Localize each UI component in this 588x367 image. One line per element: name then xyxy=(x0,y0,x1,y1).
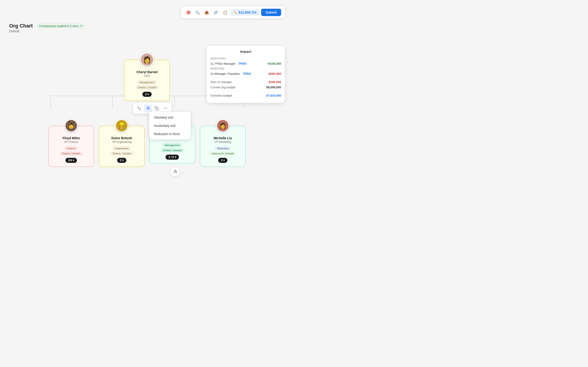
scenario-row: Scenario budget $7,820,000 xyxy=(210,94,281,97)
michelle-location: Vancouver, Canada xyxy=(209,151,237,156)
page-title: Org Chart xyxy=(9,23,33,29)
removed-dept: FP&A xyxy=(242,72,252,75)
addition-label: 1x, FP&A Manager FP&A xyxy=(210,62,248,65)
chevron-down-icon: ▾ xyxy=(175,156,176,159)
children-row: 👨 Floyd Miles VP Finance Finance Ontario… xyxy=(48,119,246,167)
page-header: Org Chart 8 employees loaded in 2 secs ×… xyxy=(9,23,85,33)
scenario-value: $7,820,000 xyxy=(266,94,281,97)
main-toolbar: 🎯 🔍 📥 🔗 📋 🏷️ $12,650,714 Submit xyxy=(181,6,285,18)
search-icon[interactable]: 🔍 xyxy=(194,9,201,16)
michelle-name: Michelle Liu xyxy=(214,136,232,140)
budget-icon: 🏷️ xyxy=(233,10,237,14)
additions-label: ADDITIONS xyxy=(210,57,281,60)
sum-label: Sum of changes xyxy=(210,80,232,84)
add-person-bottom xyxy=(170,167,180,177)
hr-dept: Management xyxy=(162,143,182,147)
svg-point-10 xyxy=(164,108,164,108)
dulce-avatar: 👷 xyxy=(115,119,128,132)
dulce-dept: Engineering xyxy=(112,146,131,150)
involuntary-exit-item[interactable]: Involuntary exit xyxy=(149,122,191,130)
michelle-count[interactable]: 2 ▾ xyxy=(218,158,228,163)
floyd-title: VP Finance xyxy=(64,140,78,144)
svg-rect-9 xyxy=(156,108,158,110)
svg-point-6 xyxy=(147,107,149,108)
michelle-title: VP Marketing xyxy=(215,140,231,144)
list-icon[interactable]: 📋 xyxy=(221,9,229,16)
chevron-down-icon: ▾ xyxy=(122,159,124,162)
sum-value: -$180,000 xyxy=(268,80,281,84)
chevron-down-icon: ▾ xyxy=(223,159,225,162)
ceo-avatar: 👩 xyxy=(140,53,154,67)
removed-label: REMOVED xyxy=(210,67,281,70)
reduction-in-force-item[interactable]: Reduction in force xyxy=(149,130,191,138)
ceo-name: Cheryl Barnet xyxy=(137,70,157,74)
removed-qty: 2x Manager, Payables xyxy=(210,72,240,75)
dulce-wrapper: 👷 Dulce Botosh VP Engineering Engineerin… xyxy=(99,119,145,167)
addition-dept: FP&A xyxy=(237,62,248,65)
dulce-title: VP Engineering xyxy=(112,140,131,144)
ceo-card-wrapper: 👩 Cheryl Barnet CEO Management Ontario, … xyxy=(124,46,170,101)
dropdown-menu: Voluntary exit Involuntary exit Reductio… xyxy=(149,112,191,140)
more-button[interactable] xyxy=(161,104,170,112)
floyd-name: Floyd Miles xyxy=(62,136,80,140)
floyd-count[interactable]: 2/4 ▾ xyxy=(65,158,77,163)
share-icon[interactable]: 🔗 xyxy=(212,9,220,16)
loaded-text: 8 employees loaded in 2 secs xyxy=(39,24,78,28)
budget-label: Current org budget xyxy=(210,85,235,89)
add-person-bottom-button[interactable] xyxy=(170,167,180,177)
swap-button[interactable] xyxy=(135,104,143,112)
hr-count[interactable]: 2 / 5 ▾ xyxy=(166,155,179,160)
floyd-wrapper: 👨 Floyd Miles VP Finance Finance Ontario… xyxy=(48,119,94,167)
hr-location: Ontario, Canada xyxy=(160,148,184,152)
ceo-dept: Management xyxy=(137,80,157,84)
floyd-avatar: 👨 xyxy=(65,119,78,132)
ceo-location: Ontario, Canada xyxy=(135,85,159,90)
michelle-wrapper: 👩 Michelle Liu VP Marketing Marketing Va… xyxy=(200,119,246,167)
budget-badge[interactable]: 🏷️ $12,650,714 xyxy=(231,9,259,16)
target-icon[interactable]: 🎯 xyxy=(185,9,192,16)
floyd-location: Ontario, Canada xyxy=(59,151,83,156)
impact-panel-title: Impact xyxy=(210,50,281,53)
impact-divider-2 xyxy=(210,91,281,92)
close-badge-button[interactable]: × xyxy=(80,24,82,28)
impact-panel: Impact ADDITIONS 1x, FP&A Manager FP&A +… xyxy=(207,46,285,103)
sum-row: Sum of changes -$180,000 xyxy=(210,80,281,84)
dulce-count[interactable]: 2 ▾ xyxy=(117,158,127,163)
svg-point-13 xyxy=(174,170,176,172)
add-person-button[interactable] xyxy=(144,104,152,112)
removed-label-text: 2x Manager, Payables FP&A xyxy=(210,72,252,75)
addition-row: 1x, FP&A Manager FP&A +$100,000 xyxy=(210,62,281,65)
duplicate-button[interactable] xyxy=(153,104,161,112)
addition-qty: 1x, FP&A Manager xyxy=(210,62,235,65)
svg-point-12 xyxy=(166,108,167,108)
budget-row: Current org budget $8,000,000 xyxy=(210,85,281,89)
addition-value: +$100,000 xyxy=(267,62,281,65)
chevron-down-icon: ▾ xyxy=(73,159,74,162)
impact-divider xyxy=(210,78,281,78)
removed-row: 2x Manager, Payables FP&A -$280,000 xyxy=(210,72,281,75)
dulce-name: Dulce Botosh xyxy=(111,136,132,140)
floyd-dept: Finance xyxy=(64,146,78,150)
budget-value: $12,650,714 xyxy=(239,10,257,14)
dulce-location: Ontario, Canada xyxy=(110,151,134,156)
voluntary-exit-item[interactable]: Voluntary exit xyxy=(149,113,191,122)
svg-point-11 xyxy=(165,108,166,108)
budget-value-display: $8,000,000 xyxy=(266,85,281,89)
removed-value: -$280,000 xyxy=(268,72,281,75)
chevron-down-icon: ▾ xyxy=(147,93,149,96)
ceo-count[interactable]: 2 ▾ xyxy=(142,92,152,97)
michelle-avatar: 👩 xyxy=(216,119,229,132)
download-icon[interactable]: 📥 xyxy=(203,9,210,16)
scenario-label: Scenario budget xyxy=(210,94,232,97)
submit-button[interactable]: Submit xyxy=(261,9,281,16)
loaded-badge: 8 employees loaded in 2 secs × xyxy=(36,23,85,29)
ceo-title: CEO xyxy=(144,74,150,77)
michelle-dept: Marketing xyxy=(215,146,231,150)
